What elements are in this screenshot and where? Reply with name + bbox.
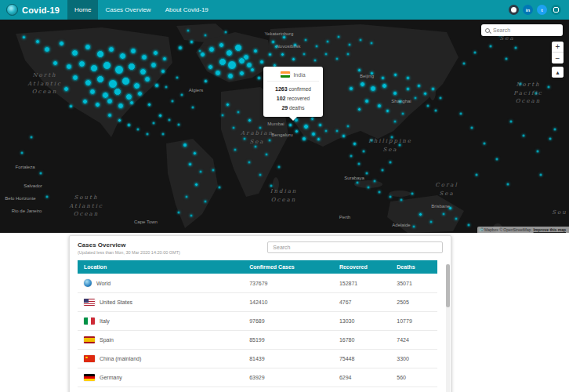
cluster-marker[interactable] — [232, 126, 235, 129]
cluster-marker[interactable] — [180, 93, 183, 96]
cluster-marker[interactable] — [177, 211, 180, 214]
cluster-marker[interactable] — [360, 82, 365, 87]
cluster-marker[interactable] — [158, 114, 162, 118]
cluster-marker[interactable] — [293, 43, 297, 47]
cluster-marker[interactable] — [271, 40, 275, 44]
cluster-marker[interactable] — [96, 50, 104, 58]
cluster-marker[interactable] — [162, 56, 167, 61]
cluster-marker[interactable] — [22, 35, 26, 39]
cluster-marker[interactable] — [133, 82, 140, 89]
cluster-marker[interactable] — [71, 49, 78, 56]
cluster-marker[interactable] — [219, 58, 227, 66]
cluster-marker[interactable] — [364, 99, 369, 103]
cluster-marker[interactable] — [204, 200, 207, 203]
cluster-marker[interactable] — [72, 74, 78, 81]
cluster-marker[interactable] — [153, 50, 158, 56]
cluster-marker[interactable] — [20, 151, 24, 154]
cluster-marker[interactable] — [137, 91, 143, 96]
cluster-marker[interactable] — [390, 136, 393, 139]
cluster-marker[interactable] — [136, 128, 140, 131]
cluster-marker[interactable] — [303, 124, 309, 129]
cluster-marker[interactable] — [473, 51, 477, 54]
cluster-marker[interactable] — [147, 103, 151, 107]
cluster-marker[interactable] — [200, 52, 205, 57]
cluster-marker[interactable] — [243, 137, 246, 140]
cluster-marker[interactable] — [318, 123, 322, 127]
cluster-marker[interactable] — [317, 137, 321, 141]
cluster-marker[interactable] — [370, 42, 373, 45]
cluster-marker[interactable] — [419, 212, 422, 216]
cluster-marker[interactable] — [150, 62, 157, 68]
cluster-marker[interactable] — [254, 145, 257, 148]
cluster-marker[interactable] — [414, 96, 417, 100]
cluster-marker[interactable] — [114, 65, 124, 74]
cluster-marker[interactable] — [140, 68, 147, 75]
cluster-marker[interactable] — [107, 113, 112, 118]
cluster-marker[interactable] — [365, 172, 368, 175]
cluster-marker[interactable] — [324, 53, 328, 56]
github-icon[interactable] — [509, 5, 519, 15]
zoom-in-button[interactable]: + — [552, 42, 564, 53]
cluster-marker[interactable] — [39, 172, 42, 175]
cluster-marker[interactable] — [178, 45, 183, 50]
cluster-marker[interactable] — [199, 170, 202, 173]
cluster-marker[interactable] — [253, 49, 258, 53]
cluster-marker[interactable] — [429, 220, 433, 223]
cluster-marker[interactable] — [234, 148, 237, 151]
cluster-marker[interactable] — [522, 134, 525, 137]
map-canvas[interactable]: North Atlantic OceanNorth Pacific OceanS… — [0, 20, 569, 233]
nav-item-about-covid-19[interactable]: About Covid-19 — [158, 0, 216, 20]
cluster-marker[interactable] — [417, 84, 421, 88]
cluster-marker[interactable] — [489, 45, 492, 48]
cluster-marker[interactable] — [311, 132, 316, 136]
cluster-marker[interactable] — [353, 142, 357, 146]
cluster-marker[interactable] — [292, 57, 295, 61]
cluster-marker[interactable] — [386, 109, 390, 113]
cluster-marker[interactable] — [118, 103, 124, 109]
cluster-marker[interactable] — [370, 139, 373, 142]
cluster-marker[interactable] — [362, 150, 365, 153]
cluster-marker[interactable] — [226, 49, 233, 56]
cluster-marker[interactable] — [107, 98, 113, 104]
cluster-marker[interactable] — [350, 154, 353, 158]
cluster-marker[interactable] — [539, 173, 542, 176]
cluster-marker[interactable] — [129, 100, 134, 105]
cluster-marker[interactable] — [381, 76, 385, 80]
cluster-marker[interactable] — [426, 104, 429, 107]
cluster-marker[interactable] — [215, 70, 221, 76]
cluster-marker[interactable] — [467, 223, 470, 227]
cluster-marker[interactable] — [412, 225, 415, 228]
cluster-marker[interactable] — [514, 46, 517, 49]
cluster-marker[interactable] — [335, 57, 339, 60]
cluster-marker[interactable] — [324, 129, 328, 132]
cluster-marker[interactable] — [154, 83, 159, 88]
cluster-marker[interactable] — [547, 85, 550, 89]
cluster-marker[interactable] — [304, 38, 307, 42]
cluster-marker[interactable] — [288, 123, 292, 127]
cluster-marker[interactable] — [227, 60, 237, 70]
cluster-marker[interactable] — [146, 132, 149, 136]
cluster-marker[interactable] — [90, 64, 98, 72]
cluster-marker[interactable] — [357, 162, 361, 165]
cluster-marker[interactable] — [152, 122, 155, 125]
cluster-marker[interactable] — [259, 126, 262, 129]
cluster-marker[interactable] — [448, 206, 452, 210]
cluster-marker[interactable] — [509, 120, 513, 123]
cluster-marker[interactable] — [130, 48, 136, 54]
cluster-marker[interactable] — [102, 92, 109, 99]
compass-button[interactable]: ▴ — [552, 67, 564, 78]
cluster-marker[interactable] — [505, 57, 508, 60]
cluster-marker[interactable] — [224, 31, 227, 34]
cluster-marker[interactable] — [549, 137, 552, 140]
cluster-marker[interactable] — [268, 53, 272, 56]
cluster-marker[interactable] — [257, 76, 261, 80]
cluster-marker[interactable] — [96, 75, 104, 83]
cluster-marker[interactable] — [141, 54, 147, 60]
cluster-marker[interactable] — [208, 64, 213, 70]
map-search-input[interactable] — [493, 27, 559, 33]
cluster-marker[interactable] — [274, 45, 278, 49]
cluster-marker[interactable] — [370, 85, 376, 92]
cluster-marker[interactable] — [398, 143, 401, 147]
cluster-marker[interactable] — [310, 117, 314, 121]
cluster-marker[interactable] — [373, 180, 376, 183]
